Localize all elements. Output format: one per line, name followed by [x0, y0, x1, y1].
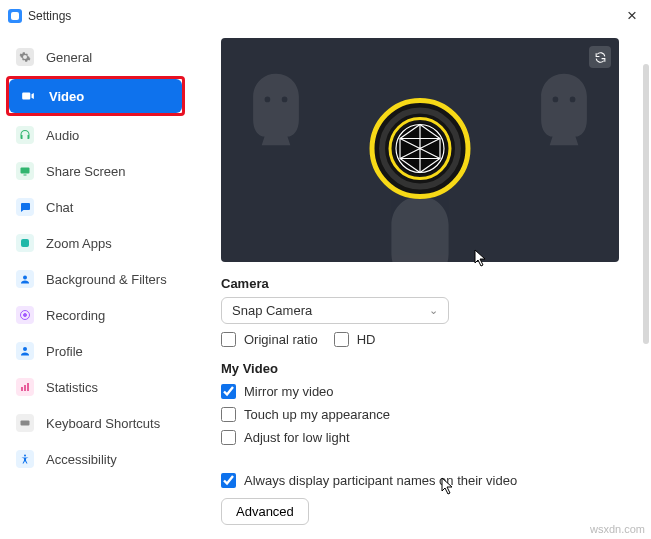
sidebar-item-keyboard-shortcuts[interactable]: Keyboard Shortcuts — [6, 406, 185, 440]
sidebar-item-label: Profile — [46, 344, 83, 359]
camera-select[interactable]: Snap Camera ⌄ — [221, 297, 449, 324]
advanced-button[interactable]: Advanced — [221, 498, 309, 525]
always-names-checkbox[interactable] — [221, 473, 236, 488]
sidebar-item-audio[interactable]: Audio — [6, 118, 185, 152]
sidebar-item-profile[interactable]: Profile — [6, 334, 185, 368]
sidebar-item-chat[interactable]: Chat — [6, 190, 185, 224]
chevron-down-icon: ⌄ — [429, 304, 438, 317]
watermark: wsxdn.com — [590, 523, 645, 535]
snap-camera-lens — [365, 94, 475, 207]
svg-rect-8 — [27, 383, 29, 391]
scrollbar[interactable] — [643, 64, 649, 344]
my-video-section-label: My Video — [221, 361, 633, 376]
sidebar-item-label: Video — [49, 89, 84, 104]
sidebar-item-label: Chat — [46, 200, 73, 215]
hd-label: HD — [357, 332, 376, 347]
profile-icon — [16, 342, 34, 360]
svg-rect-9 — [21, 421, 30, 426]
mirror-checkbox[interactable] — [221, 384, 236, 399]
sidebar-item-label: Audio — [46, 128, 79, 143]
sidebar-item-label: Keyboard Shortcuts — [46, 416, 160, 431]
hd-checkbox[interactable] — [334, 332, 349, 347]
rotate-icon[interactable] — [589, 46, 611, 68]
lowlight-label: Adjust for low light — [244, 430, 350, 445]
mirror-label: Mirror my video — [244, 384, 334, 399]
sidebar-item-label: Statistics — [46, 380, 98, 395]
touchup-label: Touch up my appearance — [244, 407, 390, 422]
touchup-checkbox[interactable] — [221, 407, 236, 422]
video-preview — [221, 38, 619, 262]
camera-selected-value: Snap Camera — [232, 303, 312, 318]
app-icon — [8, 9, 22, 23]
record-icon — [16, 306, 34, 324]
share-screen-icon — [16, 162, 34, 180]
gear-icon — [16, 48, 34, 66]
sidebar-item-label: Recording — [46, 308, 105, 323]
svg-point-2 — [23, 276, 27, 280]
chat-icon — [16, 198, 34, 216]
sidebar-item-share-screen[interactable]: Share Screen — [6, 154, 185, 188]
svg-rect-1 — [21, 239, 29, 247]
always-names-label: Always display participant names on thei… — [244, 473, 517, 488]
window-title: Settings — [28, 9, 71, 23]
stats-icon — [16, 378, 34, 396]
sidebar-item-general[interactable]: General — [6, 40, 185, 74]
sidebar-item-statistics[interactable]: Statistics — [6, 370, 185, 404]
sidebar-item-label: Accessibility — [46, 452, 117, 467]
sidebar-item-label: Zoom Apps — [46, 236, 112, 251]
camera-section-label: Camera — [221, 276, 633, 291]
original-ratio-label: Original ratio — [244, 332, 318, 347]
sidebar-item-label: Background & Filters — [46, 272, 167, 287]
sidebar-item-zoom-apps[interactable]: Zoom Apps — [6, 226, 185, 260]
headphone-icon — [16, 126, 34, 144]
original-ratio-checkbox[interactable] — [221, 332, 236, 347]
sidebar-item-recording[interactable]: Recording — [6, 298, 185, 332]
accessibility-icon — [16, 450, 34, 468]
keyboard-icon — [16, 414, 34, 432]
svg-point-5 — [23, 347, 27, 351]
video-icon — [19, 87, 37, 105]
apps-icon — [16, 234, 34, 252]
svg-rect-7 — [24, 385, 26, 391]
sidebar-item-label: Share Screen — [46, 164, 126, 179]
sidebar-item-background-filters[interactable]: Background & Filters — [6, 262, 185, 296]
svg-rect-6 — [21, 387, 23, 391]
sidebar-item-accessibility[interactable]: Accessibility — [6, 442, 185, 476]
video-settings-panel: Camera Snap Camera ⌄ Original ratio HD M… — [193, 32, 651, 539]
close-icon[interactable]: × — [623, 6, 641, 26]
background-icon — [16, 270, 34, 288]
svg-rect-0 — [21, 168, 30, 174]
sidebar: General Video Audio Share Screen Chat Zo… — [0, 32, 193, 539]
lowlight-checkbox[interactable] — [221, 430, 236, 445]
svg-point-4 — [24, 314, 27, 317]
svg-point-10 — [24, 455, 26, 457]
sidebar-item-label: General — [46, 50, 92, 65]
sidebar-item-video[interactable]: Video — [9, 79, 182, 113]
